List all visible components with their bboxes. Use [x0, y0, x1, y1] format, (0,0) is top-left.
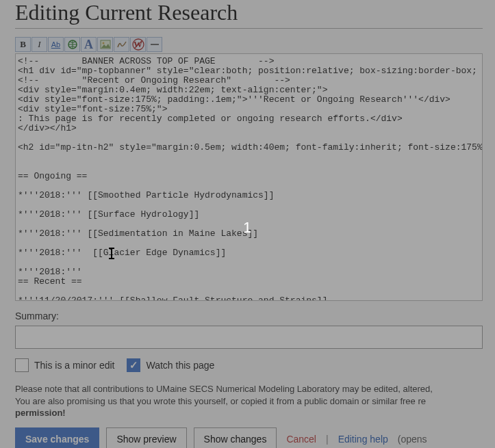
- nowiki-button[interactable]: W: [130, 37, 146, 52]
- globe-icon: [67, 39, 78, 50]
- link-icon: Ab: [51, 40, 60, 49]
- italic-icon: I: [38, 39, 40, 50]
- text-cursor-icon: [109, 248, 114, 259]
- save-button[interactable]: Save changes: [15, 427, 99, 448]
- headline-icon: A: [84, 38, 93, 52]
- overlay-number: 1: [243, 219, 251, 237]
- help-opens-text: (opens: [398, 434, 427, 445]
- svg-point-2: [102, 42, 104, 44]
- external-link-button[interactable]: [64, 37, 80, 52]
- horizontal-line-button[interactable]: [147, 37, 162, 52]
- edit-toolbar: B I Ab A W: [15, 37, 483, 52]
- headline-button[interactable]: A: [81, 37, 97, 52]
- strike-icon: [131, 38, 145, 51]
- italic-button[interactable]: I: [31, 37, 47, 52]
- checkbox-checked-icon: [127, 358, 140, 372]
- watch-page-checkbox[interactable]: Watch this page: [127, 358, 214, 372]
- watch-page-label: Watch this page: [146, 360, 214, 371]
- diff-button[interactable]: Show changes: [194, 427, 277, 448]
- svg-line-4: [134, 40, 142, 49]
- edit-notice: Please note that all contributions to UM…: [15, 383, 483, 419]
- editing-help-link[interactable]: Editing help: [335, 434, 391, 445]
- separator: |: [326, 434, 329, 445]
- summary-input[interactable]: [15, 326, 483, 349]
- preview-button[interactable]: Show preview: [106, 427, 186, 448]
- signature-button[interactable]: [114, 37, 129, 52]
- signature-icon: [116, 40, 127, 49]
- cancel-link[interactable]: Cancel: [283, 434, 319, 445]
- hr-icon: [149, 40, 160, 49]
- checkbox-icon: [15, 358, 29, 372]
- summary-label: Summary:: [15, 311, 483, 321]
- bold-icon: B: [20, 39, 26, 50]
- image-icon: [100, 40, 111, 49]
- page-title: Editing Current Research: [15, 0, 483, 29]
- minor-edit-label: This is a minor edit: [34, 360, 114, 371]
- embedded-file-button[interactable]: [97, 37, 113, 52]
- bold-button[interactable]: B: [15, 37, 31, 52]
- wikitext-editor[interactable]: [15, 53, 483, 301]
- internal-link-button[interactable]: Ab: [48, 37, 64, 52]
- minor-edit-checkbox[interactable]: This is a minor edit: [15, 358, 114, 372]
